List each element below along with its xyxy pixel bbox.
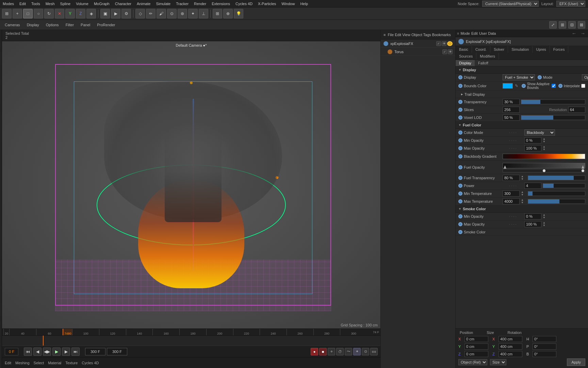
prop-smokecolor-radio[interactable]: [458, 230, 462, 234]
toolbar-grid-btn[interactable]: ⊞: [213, 9, 222, 18]
sec-panel-btn[interactable]: Panel: [79, 22, 92, 28]
subtab-falloff[interactable]: Falloff: [475, 60, 492, 66]
props-hamburger[interactable]: ≡: [457, 31, 459, 35]
bottom-edit-btn[interactable]: Edit: [5, 361, 11, 365]
menu-tracker[interactable]: Tracker: [176, 2, 189, 6]
sec-prorender-btn[interactable]: ProRender: [95, 22, 117, 28]
prev-frame-btn[interactable]: ◀: [33, 348, 42, 356]
toolbar-box-btn[interactable]: □: [23, 9, 33, 18]
sec-filter-btn[interactable]: Filter: [64, 22, 76, 28]
menu-spline[interactable]: Spline: [60, 2, 71, 6]
go-to-end-btn[interactable]: ⏭: [71, 348, 80, 356]
sec-options-btn[interactable]: Options: [44, 22, 61, 28]
prop-voxellod-field[interactable]: [503, 114, 520, 121]
tab-forces[interactable]: Forces: [550, 46, 569, 53]
fueltrans-slider[interactable]: [528, 175, 585, 180]
toolbar-settings-btn[interactable]: ⚙: [121, 9, 131, 18]
transparency-slider[interactable]: [521, 99, 585, 104]
toolbar-rotate-btn[interactable]: ↻: [44, 9, 54, 18]
opacity-marker-left[interactable]: [504, 165, 506, 169]
toolbar-sculpt-btn[interactable]: ⊙: [167, 9, 177, 18]
viewport-split-btn[interactable]: ⊟: [568, 21, 576, 29]
bounds-color-swatch[interactable]: [503, 83, 513, 89]
viewport-config-btn[interactable]: ⊠: [578, 21, 585, 29]
tab-coord[interactable]: Coord.: [472, 46, 490, 53]
prop-slices-radio[interactable]: [458, 108, 462, 112]
mintemp-slider[interactable]: [528, 191, 585, 196]
menu-window[interactable]: Window: [281, 2, 295, 6]
pos-x-field[interactable]: [464, 336, 488, 342]
interpolate-checkbox[interactable]: [581, 84, 585, 88]
prop-fuel-minop-field[interactable]: [524, 137, 541, 143]
fuel-opacity-gradient[interactable]: [503, 162, 585, 173]
xp-eye-btn[interactable]: 👁: [442, 41, 446, 46]
toolbar-hair-btn[interactable]: ⊛: [178, 9, 187, 18]
gradient-preview[interactable]: [503, 153, 585, 160]
sec-display-btn[interactable]: Display: [25, 22, 41, 28]
prop-mintemp-field[interactable]: [503, 190, 520, 197]
end-frame-field[interactable]: [107, 348, 127, 355]
maxtemp-down[interactable]: ▼: [521, 201, 524, 204]
play-btn[interactable]: ▶: [52, 348, 61, 356]
viewport[interactable]: Default Camera ●*: [2, 41, 380, 328]
toolbar-paint-btn[interactable]: 🖌: [157, 9, 166, 18]
toolbar-pen-btn[interactable]: ✏: [146, 9, 156, 18]
fuel-color-section[interactable]: Fuel Color: [456, 122, 588, 129]
prop-transparency-field[interactable]: [503, 99, 520, 105]
toolbar-light-btn[interactable]: 💡: [234, 9, 243, 18]
menu-cycles4d[interactable]: Cycles 4D: [235, 2, 252, 6]
prop-interpolate-radio[interactable]: [558, 84, 562, 88]
tab-modifiers[interactable]: Modifiers: [476, 53, 499, 60]
smoke-maxop-down[interactable]: ▼: [543, 224, 545, 227]
props-scroll-area[interactable]: Display Display Fuel + Smoke Mode OpenGL…: [456, 66, 588, 328]
keyframe-btn[interactable]: ⋄: [328, 348, 335, 355]
coord-system-select[interactable]: Object (Rel): [458, 359, 487, 365]
prop-gradient-radio[interactable]: [458, 154, 462, 158]
minop-down[interactable]: ▼: [543, 140, 545, 143]
rot-p-field[interactable]: [533, 343, 556, 350]
toolbar-geo-btn[interactable]: ◇: [135, 9, 145, 18]
menu-tools[interactable]: Tools: [31, 2, 40, 6]
prop-smoke-minop-radio[interactable]: [458, 214, 462, 218]
play-reverse-btn[interactable]: ◀▶: [43, 348, 51, 356]
obj-manager-hamburger[interactable]: ≡: [383, 33, 386, 37]
voxel-lod-slider[interactable]: [521, 115, 585, 120]
timeline-btn2[interactable]: ≡≡: [370, 348, 378, 355]
next-frame-btn[interactable]: ▶: [62, 348, 70, 356]
torus-check-btn[interactable]: ✓: [442, 49, 447, 54]
obj-torus[interactable]: Torus ✓ 👁: [381, 48, 455, 56]
tab-simulation[interactable]: Simulation: [508, 46, 533, 53]
prop-bounds-radio[interactable]: [458, 84, 462, 88]
prop-display-value[interactable]: Fuel + Smoke: [503, 74, 535, 80]
motion-blur-btn[interactable]: 〜: [345, 348, 352, 355]
toolbar-map-btn[interactable]: ⊕: [223, 9, 233, 18]
toolbar-render-btn[interactable]: ▣: [100, 9, 110, 18]
toolbar-z-btn[interactable]: Z: [76, 9, 85, 18]
menu-mograph[interactable]: MoGraph: [94, 2, 110, 6]
prop-slices-field[interactable]: [503, 107, 520, 113]
tab-basic[interactable]: Basic: [456, 46, 472, 53]
menu-modes[interactable]: Modes: [3, 2, 14, 6]
viewport-layout-btn[interactable]: ⊞: [559, 21, 566, 29]
tab-sources[interactable]: Sources: [456, 53, 476, 60]
subtab-display[interactable]: Display: [456, 60, 475, 66]
menu-edit[interactable]: Edit: [19, 2, 26, 6]
menu-mesh[interactable]: Mesh: [46, 2, 55, 6]
prop-colormode-radio[interactable]: [458, 131, 462, 135]
prop-smoke-maxop-field[interactable]: [524, 221, 541, 227]
torus-eye-btn[interactable]: 👁: [448, 49, 453, 54]
blackbody-gradient-bar[interactable]: [503, 154, 585, 159]
prop-mode-radio[interactable]: [538, 75, 542, 79]
prop-fuelopacity-radio[interactable]: [458, 165, 462, 169]
layout-select[interactable]: EFX (User): [556, 1, 585, 7]
start-frame-field[interactable]: [85, 348, 105, 355]
trail-display-expand[interactable]: ▸: [461, 92, 463, 96]
go-to-start-btn[interactable]: ⏮: [24, 348, 32, 356]
menu-volume[interactable]: Volume: [76, 2, 88, 6]
props-userdata-btn[interactable]: User Data: [479, 31, 496, 35]
toolbar-add-btn[interactable]: +: [13, 9, 22, 18]
mintemp-down[interactable]: ▼: [521, 194, 524, 196]
maxtemp-slider[interactable]: [528, 199, 585, 204]
prop-mode-value[interactable]: OpenGL: [582, 74, 588, 80]
sec-cameras-btn[interactable]: Cameras: [3, 22, 22, 28]
